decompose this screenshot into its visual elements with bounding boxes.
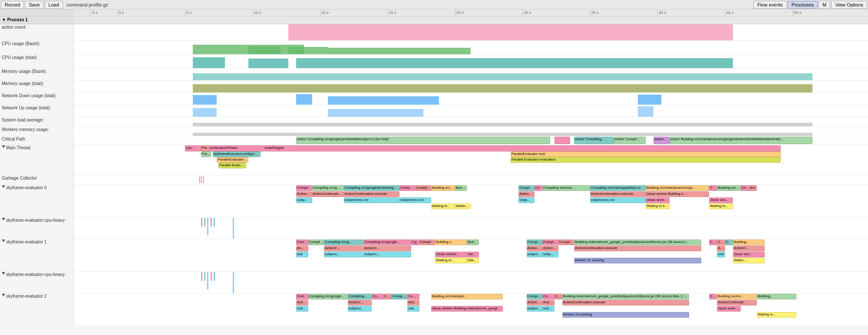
sfe2-ac-6[interactable]: ActionContinuation.execute [562,300,690,305]
sfe0-ac-4[interactable]: ActionContinu... [518,191,535,197]
sfe0-wait-1[interactable]: Waiting to... [431,204,455,209]
flow-events-button[interactable]: Flow events [753,1,787,9]
canvas-mem-total[interactable] [74,81,868,93]
sfe2-span-bldms[interactable]: Building src/mi... [717,294,756,299]
sfe1-span-complin[interactable]: Compiling... [527,240,543,245]
canvas-cpu-bazel[interactable] [74,41,868,55]
sfe0-wait-3[interactable]: Waiting to borrow worker [646,204,670,209]
sfe2-span-compl5[interactable]: Compiling... [527,294,543,299]
main-thread-parallel-eval-evaluation-big[interactable]: Parallel Evaluator evaluation [511,157,781,163]
sfe0-jw2[interactable]: Javac wor... [709,197,733,203]
sfe1-wai[interactable]: Wai... [467,258,479,263]
canvas-workers-mem[interactable] [74,127,868,136]
sfe1-span-com[interactable]: Com [296,240,308,245]
sfe2-ac-3[interactable]: ActionC... [407,300,419,305]
critical-path-span-5[interactable]: action... [653,137,670,144]
m-button[interactable]: M [818,1,830,9]
critical-path-span-4[interactable]: action 'Compil... [614,137,646,144]
sfe2-span-building2[interactable]: Building... [757,294,796,299]
sfe1-span-comp-src[interactable]: Compiling src/g... [324,240,363,245]
canvas-sfe-cpu-heavy-0[interactable] [74,217,868,239]
sfe0-ac-1[interactable]: ActionContinuati... [296,191,312,197]
sfe1-ac-2[interactable]: ActionC... [324,246,363,251]
sfe0-span-com[interactable]: Com [709,185,717,191]
sfe1-span-com2[interactable]: Com [709,240,717,245]
critical-path-span-2[interactable] [554,137,571,144]
sfe2-span-com2[interactable]: Com [383,294,391,299]
sfe1-span-builds[interactable]: Building s... [435,240,467,245]
sfe2-span-compi[interactable]: Compi... [372,294,383,299]
sfe1-ac-8[interactable]: ActionC... [733,246,765,251]
sfe0-span-co2[interactable]: Co [741,185,749,191]
sfe1-span-com3[interactable]: Com [717,240,725,245]
scroll-body[interactable]: ▼ Process 1 action count: CPU usage (Baz… [0,16,868,335]
sfe0-span-8[interactable]: Compiling... [518,185,535,191]
sfe0-span-9[interactable]: Compiling src/coni... [542,185,590,191]
canvas-mem-bazel[interactable] [74,69,868,81]
sfe1-span-building[interactable]: Building... [733,240,765,245]
sfe2-span-com4[interactable]: Com [709,294,717,299]
sfe0-span-7[interactable]: Buildin... [455,185,467,191]
main-thread-span-lau[interactable]: Lau... [185,145,201,151]
sfe0-span-3[interactable]: Compiling src/google/protobuf/general... [344,185,399,191]
sfe0-ac-6[interactable]: Javac worker Building s... [646,191,709,197]
sfe0-span-6[interactable]: Building src... [431,185,455,191]
canvas-sfe-2[interactable]: Com Compiling src/google... Compiling...… [74,293,868,326]
sfe0-span-act[interactable]: Act [749,185,757,191]
sfe2-ac-2[interactable]: ActionC... [348,300,372,305]
sfe1-ac-5[interactable]: ActionC... [542,246,558,251]
sfe2-span-compl6[interactable]: CompIl... [542,294,554,299]
sfe1-span-build[interactable]: Build... [467,240,479,245]
sfe1-waitin[interactable]: Waitin... [733,258,765,263]
sfe1-ac-1[interactable]: Ac... [296,246,308,251]
sfe0-span-co[interactable]: Co [535,185,542,191]
sfe2-ac-1[interactable]: ActionC... [296,300,308,305]
sfe0-sp-5[interactable]: subprocess.run [590,197,646,203]
sfe0-ac-2[interactable]: ActionContinuati... [312,191,344,197]
main-thread-parallel-eval-small[interactable]: ParallelEvaluator.eval [217,157,248,163]
save-button[interactable]: Save [25,1,43,9]
record-button[interactable]: Record [1,1,24,9]
sfe0-span-1[interactable]: Compil... [296,185,312,191]
sfe2-span-compl3[interactable]: Compiling... [392,294,408,299]
canvas-sfe-cpu-heavy-1[interactable] [74,272,868,293]
critical-path-span-1[interactable]: action 'Compiling src/google/protobuf/de… [296,137,550,144]
main-thread-run-analysis[interactable]: runAnalysisPhase [209,145,264,151]
view-options-button[interactable]: View Options [831,1,867,9]
canvas-main-thread[interactable]: Lau... Par... Par... runAnalysisPhase sk… [74,145,868,175]
sfe2-span-bldext[interactable]: Building external/com_google_protobuf/ja… [562,294,690,299]
sfe2-sp-2[interactable]: subproc. [348,306,372,312]
main-thread-parallel-eval-big[interactable]: ParallelEvaluator eval [511,151,781,157]
sfe0-sp-2[interactable]: subprocess.run [344,197,399,203]
sfe0-span-10[interactable]: Compiling src/main/cpp/blaze.cc [590,185,646,191]
sfe0-sp-jw[interactable]: Javac work... [646,197,670,203]
sfe0-sp-4[interactable]: subp... [518,197,535,203]
sfe2-span-bldmain[interactable]: Building src/main/jav... [431,294,503,299]
main-thread-span-par2[interactable]: Par... [201,151,211,157]
sfe0-sp-3[interactable]: subprocess.run [399,197,431,203]
sfe1-ac-6[interactable]: ActionContinuation.execute [574,246,701,251]
sfe1-sp-1[interactable]: sub [296,252,308,257]
sfe1-jav[interactable]: Jav... [467,252,479,257]
sfe2-sp-4[interactable]: subproc... [527,306,543,312]
sfe1-worker-1[interactable]: Worker #1 working [574,258,701,263]
canvas-net-down[interactable] [74,93,868,105]
sfe0-ac-3[interactable]: ActionContinuation.execute [344,191,399,197]
canvas-critical-path[interactable]: action 'Compiling src/google/protobuf/de… [74,136,868,145]
sfe1-jw2[interactable]: Javac wro... [733,252,765,257]
sfe1-jw-1[interactable]: Javac worker... [435,252,467,257]
sfe2-worker-3[interactable]: Worker #3 working [562,312,690,318]
sfe1-sp-sub[interactable]: sub [717,252,725,257]
sfe1-span-compl2[interactable]: Compil... [558,240,574,245]
sfe2-span-com[interactable]: Com [296,294,308,299]
critical-path-span-3[interactable]: action 'Compiling... [574,137,614,144]
canvas-sfe-0[interactable]: Compil... Compiling src/g... Compiling s… [74,185,868,217]
main-thread-parallel-eval-eval-small[interactable]: Parallel Evaluator evaluation [218,163,246,168]
canvas-action-count[interactable] [74,24,868,41]
processes-button[interactable]: Processes [788,1,818,9]
sfe2-jw-1[interactable]: Javac worker Building external/com_googl… [431,306,503,312]
load-button[interactable]: Load [45,1,63,9]
sfe1-sp-4[interactable]: subproc... [527,252,543,257]
sfe2-ac-4[interactable]: ActionCont... [527,300,543,305]
sfe1-span-compil[interactable]: Compil... [419,240,436,245]
